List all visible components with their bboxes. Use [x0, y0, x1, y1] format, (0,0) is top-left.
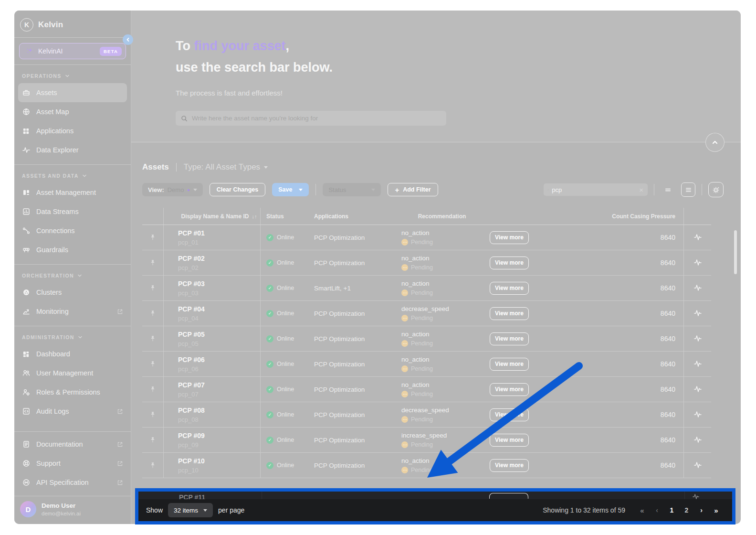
sidebar-item-api-specification[interactable]: API Specification	[14, 473, 131, 492]
brand-logo[interactable]: K Kelvin	[14, 11, 131, 37]
applications-cell: PCP Optimization	[308, 225, 396, 250]
applications-label: PCP Optimization	[314, 335, 365, 342]
sidebar-item-roles-permissions[interactable]: Roles & Permissions	[14, 383, 131, 402]
timeseries-cell[interactable]	[683, 250, 711, 275]
view-more-button[interactable]: View more	[490, 257, 529, 269]
clear-search-icon[interactable]: ×	[639, 186, 643, 193]
compact-view-toggle[interactable]	[661, 182, 675, 197]
table-row[interactable]: PCP #01pcp_01 ✓Online PCP Optimization n…	[142, 225, 711, 250]
asset-search-input[interactable]	[192, 115, 441, 122]
hero-search-bar[interactable]	[176, 111, 446, 126]
sidebar-item-guardrails[interactable]: Guardrails	[14, 240, 131, 259]
sidebar-item-support[interactable]: Support	[14, 454, 131, 473]
pin-cell[interactable]	[142, 352, 164, 376]
section-header-administration[interactable]: ADMINISTRATION	[14, 326, 131, 344]
check-icon: ✓	[268, 235, 272, 240]
sort-icon[interactable]: ↓↑	[252, 214, 257, 219]
sidebar-item-applications[interactable]: Applications	[14, 121, 131, 140]
view-more-button[interactable]: View more	[490, 332, 529, 345]
column-header-status[interactable]: Status	[261, 208, 308, 225]
sidebar-item-clusters[interactable]: Clusters	[14, 283, 131, 302]
sidebar-item-user-management[interactable]: User Management	[14, 364, 131, 383]
save-label: Save	[278, 186, 292, 193]
sidebar-item-asset-management[interactable]: Asset Management	[14, 183, 131, 202]
view-more-button[interactable]: View more	[490, 282, 529, 295]
sidebar-item-asset-map[interactable]: Asset Map	[14, 102, 131, 121]
waveform-icon	[693, 385, 702, 393]
view-dropdown[interactable]: View: Demo •	[142, 183, 203, 196]
pin-cell[interactable]	[142, 453, 164, 478]
add-filter-button[interactable]: + Add Filter	[388, 183, 438, 196]
pin-cell[interactable]	[142, 301, 164, 326]
timeseries-cell[interactable]	[683, 453, 711, 478]
table-row[interactable]: PCP #04pcp_04 ✓Online PCP Optimization d…	[142, 301, 711, 326]
table-settings-button[interactable]	[708, 182, 724, 197]
table-search-input[interactable]	[552, 186, 636, 193]
page-button-2[interactable]: 2	[679, 506, 694, 514]
chevron-down-icon	[65, 74, 70, 78]
page-size-dropdown[interactable]: 32 items	[168, 503, 213, 517]
comfortable-view-toggle[interactable]	[681, 182, 695, 197]
timeseries-cell[interactable]	[683, 326, 711, 351]
table-vertical-scrollbar[interactable]	[734, 230, 737, 274]
asset-type-filter[interactable]: Type: All Asset Types	[184, 162, 268, 172]
pin-cell[interactable]	[142, 276, 164, 300]
sidebar-item-data-streams[interactable]: Data Streams	[14, 202, 131, 221]
sidebar-item-assets[interactable]: Assets	[18, 83, 127, 102]
timeseries-cell[interactable]	[683, 377, 711, 402]
sidebar-item-documentation[interactable]: Documentation	[14, 435, 131, 454]
sidebar-collapse-button[interactable]	[123, 34, 133, 45]
applications-cell: PCP Optimization	[308, 402, 396, 427]
view-more-button[interactable]: View more	[490, 231, 529, 244]
monitoring-chart-icon	[22, 308, 30, 316]
table-row[interactable]: PCP #02pcp_02 ✓Online PCP Optimization n…	[142, 250, 711, 276]
section-header-operations[interactable]: OPERATIONS	[14, 65, 131, 83]
sidebar-item-audit-logs[interactable]: Audit Logs	[14, 402, 131, 421]
section-header-orchestration[interactable]: ORCHESTRATION	[14, 265, 131, 283]
first-page-button[interactable]: «	[635, 506, 650, 514]
asset-display-name: PCP #10	[178, 457, 205, 465]
pin-cell[interactable]	[142, 402, 164, 427]
timeseries-cell[interactable]	[683, 276, 711, 300]
column-header-name[interactable]: Display Name & Name ID ↓↑	[164, 208, 261, 225]
save-button[interactable]: Save	[272, 183, 309, 196]
timeseries-cell[interactable]	[683, 352, 711, 376]
status-filter-dropdown[interactable]: Status	[323, 183, 381, 196]
sidebar-item-dashboard[interactable]: Dashboard	[14, 344, 131, 364]
column-header-recommendation[interactable]: Recommendation	[396, 208, 483, 225]
table-search-bar[interactable]: ×	[544, 183, 648, 196]
table-row[interactable]: PCP #03pcp_03 ✓Online SmartLift, +1 no_a…	[142, 276, 711, 301]
pin-cell[interactable]	[142, 377, 164, 402]
avatar: D	[20, 501, 36, 517]
column-header-applications[interactable]: Applications	[308, 208, 396, 225]
next-page-button[interactable]: ›	[694, 506, 709, 514]
timeseries-cell[interactable]	[683, 402, 711, 427]
pin-cell[interactable]	[142, 428, 164, 452]
sidebar-item-data-explorer[interactable]: Data Explorer	[14, 140, 131, 160]
pin-cell[interactable]	[142, 250, 164, 275]
sidebar-item-kelvinai[interactable]: KelvinAI BETA	[19, 43, 126, 59]
timeseries-cell[interactable]	[683, 428, 711, 452]
table-row[interactable]: PCP #05pcp_05 ✓Online PCP Optimization n…	[142, 326, 711, 352]
sidebar-item-monitoring[interactable]: Monitoring	[14, 302, 131, 321]
page-button-1[interactable]: 1	[664, 506, 679, 514]
last-page-button[interactable]: »	[709, 506, 724, 514]
clear-changes-button[interactable]: Clear Changes	[210, 183, 266, 196]
pin-cell[interactable]	[142, 326, 164, 351]
recommendation-value: decrease_speed	[401, 305, 449, 312]
applications-label: PCP Optimization	[314, 361, 365, 368]
ellipsis-icon: ⋯	[403, 341, 407, 346]
collapse-hero-button[interactable]	[705, 133, 724, 152]
sidebar-item-connections[interactable]: Connections	[14, 221, 131, 240]
applications-cell: SmartLift, +1	[308, 276, 396, 300]
name-cell: PCP #05pcp_05	[164, 326, 261, 351]
column-header-count[interactable]: Count Casing Pressure	[536, 208, 683, 225]
user-profile[interactable]: D Demo User demo@kelvin.ai	[14, 496, 131, 524]
pin-cell[interactable]	[142, 225, 164, 250]
section-header-assets-and-data[interactable]: ASSETS AND DATA	[14, 165, 131, 183]
previous-page-button[interactable]: ‹	[650, 506, 664, 514]
timeseries-cell[interactable]	[683, 225, 711, 250]
view-more-button[interactable]: View more	[490, 307, 529, 320]
applications-cell: PCP Optimization	[308, 326, 396, 351]
timeseries-cell[interactable]	[683, 301, 711, 326]
